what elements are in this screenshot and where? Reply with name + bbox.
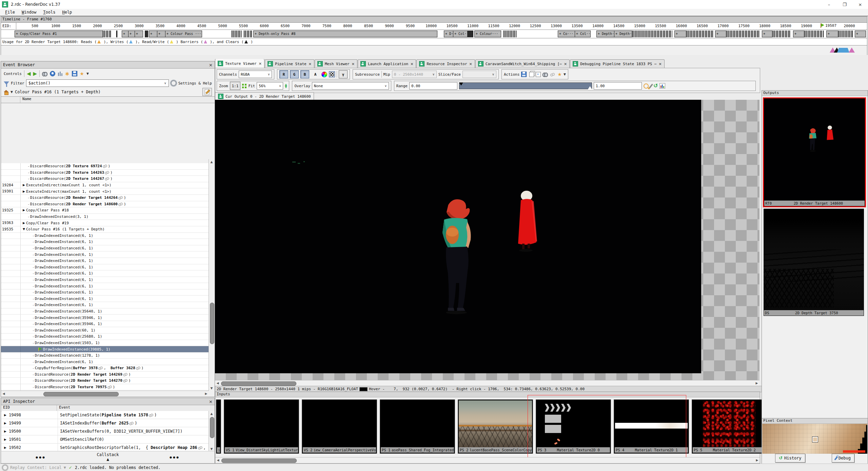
debug-button[interactable]: Debug bbox=[832, 454, 854, 463]
goto-icon[interactable] bbox=[542, 73, 548, 76]
tab-caravansandwitch-win64-shipping[interactable]: CaravanSandWitch_Win64_Shipping [⋯× bbox=[475, 59, 570, 68]
resource-link[interactable]: 2D Texture 144267 bbox=[66, 176, 104, 182]
chevron-down-icon[interactable]: ▼ bbox=[564, 73, 566, 76]
event-tree-row[interactable]: -DrawIndexedInstanced(35640, 1) bbox=[1, 308, 209, 315]
api-event-row[interactable]: ▶19500IASetVertexBuffers(0, D3D12_VERTEX… bbox=[1, 427, 209, 435]
timeline-pass-segment[interactable] bbox=[232, 31, 242, 37]
timeline-pass-segment[interactable]: + bbox=[135, 31, 143, 37]
resource-link[interactable]: Buffer 3978 bbox=[73, 365, 98, 371]
event-tree-row[interactable]: -DrawIndexedInstanced(6, 1) bbox=[1, 239, 209, 245]
timeline-pass-segment[interactable] bbox=[504, 31, 516, 37]
resource-link-icon[interactable] bbox=[98, 366, 103, 370]
red-channel-button[interactable]: R bbox=[279, 70, 288, 78]
timeline-pass-segment[interactable]: + bbox=[826, 31, 838, 37]
event-tree-row[interactable]: -DrawIndexedInstanced(6, 1) bbox=[1, 264, 209, 271]
timeline-pass-segment[interactable] bbox=[145, 31, 148, 37]
scroll-down-icon[interactable]: ▼ bbox=[209, 385, 214, 391]
scroll-right-icon[interactable]: ▶ bbox=[203, 391, 209, 396]
event-tree-row[interactable]: -DiscardResource(2D Texture 69724) bbox=[1, 163, 209, 170]
tab-pipeline-state[interactable]: Pipeline State× bbox=[265, 59, 314, 68]
timeline-pass-segment[interactable] bbox=[727, 31, 760, 37]
resource-link-icon[interactable] bbox=[105, 177, 109, 180]
chevron-down-icon[interactable]: ▼ bbox=[86, 72, 89, 75]
expand-callstack-icon[interactable]: ▲ bbox=[106, 457, 109, 461]
channels-select[interactable]: RGBA ∨ bbox=[239, 71, 272, 78]
timeline-pass-segment[interactable]: + bbox=[674, 31, 686, 37]
event-tree-row[interactable]: -DrawIndexedInstanced(6, 1) bbox=[1, 233, 209, 239]
next-draw-icon[interactable]: ▶ bbox=[33, 71, 37, 77]
api-inspector-titlebar[interactable]: API Inspector × bbox=[1, 398, 215, 405]
resource-link-icon[interactable] bbox=[118, 203, 123, 206]
timeline-pass-segment[interactable] bbox=[839, 31, 853, 37]
render-target-image[interactable] bbox=[215, 100, 701, 373]
resource-link-icon[interactable] bbox=[118, 196, 123, 199]
duration-graph-icon[interactable] bbox=[58, 71, 62, 76]
event-tree-row[interactable]: -DrawIndexedInstanced(6, 1) bbox=[1, 270, 209, 277]
resource-link[interactable]: 2D Texture 69724 bbox=[66, 163, 102, 169]
event-tree-row[interactable]: -DrawIndexedInstanced(3, 1) bbox=[1, 214, 209, 220]
inputs-hscrollbar[interactable]: ◀ ▶ bbox=[215, 457, 760, 463]
resource-link[interactable]: 2D Texture 70975 bbox=[71, 384, 107, 390]
scroll-left-icon[interactable]: ◀ bbox=[1, 391, 6, 396]
timeline-pass-segment[interactable] bbox=[805, 31, 824, 37]
overlay-select[interactable]: None ∨ bbox=[312, 82, 389, 90]
timeline-pass-segment[interactable]: + Col··· bbox=[453, 31, 468, 37]
expand-collapsed-icon[interactable]: ▶ bbox=[4, 421, 6, 425]
input-thumbnail-ps-1[interactable]: PS 1asePass_Shared_Fog_IntegratedLig bbox=[380, 399, 455, 454]
input-thumbnail-ps-3[interactable]: PS 3Material_Texture2D_0 bbox=[536, 399, 611, 454]
event-tree-row[interactable]: -DiscardResource(2D Render Target 148600… bbox=[1, 201, 209, 208]
timeline-pass-segment[interactable] bbox=[103, 31, 112, 37]
event-tree-row[interactable]: -DiscardResource(2D Render Target 144270… bbox=[1, 378, 209, 384]
tab-close-icon[interactable]: × bbox=[259, 61, 262, 66]
timeline-pass-segment[interactable]: + Col··· bbox=[575, 31, 591, 37]
menu-item-file[interactable]: File bbox=[2, 10, 18, 15]
scroll-up-icon[interactable]: ▲ bbox=[209, 411, 214, 416]
texture-hscrollbar[interactable]: ◀ ▶ bbox=[215, 380, 760, 386]
event-tree-hscrollbar[interactable]: ◀ ▶ bbox=[1, 391, 209, 397]
breadcrumb[interactable]: Colour Pass #16 (1 Targets + Depth) bbox=[15, 90, 101, 94]
usage-marker-barrier2-icon[interactable] bbox=[849, 48, 855, 53]
event-tree-row[interactable]: -DrawIndexedInstanced(35946, 1) bbox=[1, 321, 209, 327]
input-thumbnail-ps-4[interactable]: PS 4Material_Texture2D_1 bbox=[614, 399, 689, 454]
resource-link-icon[interactable] bbox=[129, 422, 134, 425]
gamma-button[interactable]: γ bbox=[339, 70, 348, 78]
reset-range-icon[interactable]: ↺ bbox=[653, 83, 658, 88]
expand-collapsed-icon[interactable]: ▶ bbox=[23, 207, 25, 213]
flip-y-icon[interactable]: ▲▼ bbox=[285, 83, 287, 88]
event-tree-row[interactable]: -DrawIndexedInstanced(6, 1) bbox=[1, 289, 209, 296]
scrollbar-thumb[interactable] bbox=[221, 458, 297, 463]
callstack-section[interactable]: ●●● Callstack ▲ ●●● bbox=[1, 451, 214, 463]
timeline-pass-segment[interactable]: + bbox=[157, 31, 166, 37]
alpha-channel-button[interactable]: A bbox=[311, 70, 320, 78]
home-icon[interactable] bbox=[4, 90, 8, 94]
event-tree-vscrollbar[interactable]: ▲ ▼ bbox=[209, 159, 215, 391]
time-events-icon[interactable] bbox=[50, 71, 55, 76]
scrollbar-thumb[interactable] bbox=[43, 392, 119, 396]
tab-close-icon[interactable]: × bbox=[564, 62, 567, 66]
resource-link[interactable]: Pipeline State 1578 bbox=[102, 413, 148, 417]
favorites-icon[interactable]: ★ bbox=[80, 71, 84, 76]
gear-icon[interactable] bbox=[171, 80, 177, 86]
close-button[interactable]: × bbox=[852, 0, 868, 9]
follow-link-icon[interactable] bbox=[550, 73, 555, 76]
tab-debugging-pipeline-state-1833-ps[interactable]: Debugging Pipeline State 1833 PS ⋯× bbox=[570, 59, 664, 68]
usage-marker-readwrite-icon[interactable] bbox=[837, 48, 849, 53]
event-tree-row[interactable]: -DrawIndexedInstanced(6, 1) bbox=[1, 277, 209, 283]
timeline-pass-segment[interactable] bbox=[687, 31, 713, 37]
resource-link[interactable]: 2D Render Target 148600 bbox=[66, 201, 118, 207]
event-tree-row[interactable]: -DrawIndexedInstanced(6, 1) bbox=[1, 245, 209, 252]
event-tree-row[interactable]: -DrawIndexedInstanced(6, 1) bbox=[1, 258, 209, 264]
event-tree-row[interactable]: 19535▼Colour Pass #16 (1 Targets + Depth… bbox=[1, 226, 209, 233]
minimize-button[interactable]: – bbox=[821, 0, 837, 9]
timeline-pass-segment[interactable] bbox=[116, 31, 117, 37]
tab-close-icon[interactable]: × bbox=[658, 62, 662, 66]
edit-notes-button[interactable] bbox=[202, 88, 212, 96]
scrollbar-thumb[interactable] bbox=[221, 381, 296, 386]
timeline-pass-segment[interactable]: + Co··· bbox=[558, 31, 575, 37]
event-tree-row[interactable]: 19325▶Copy/Clear Pass #18 bbox=[1, 207, 209, 214]
input-thumbnail-ps-2[interactable]: PS 2lucentBasePass_SceneColorCopyTex bbox=[458, 399, 533, 454]
event-tree-row[interactable]: -DrawIndexedInstanced(6, 1) bbox=[1, 283, 209, 289]
timeline-pass-segment[interactable]: + bbox=[149, 31, 158, 37]
timeline-pass-segment[interactable]: + D··· bbox=[444, 31, 454, 37]
expand-collapsed-icon[interactable]: ▶ bbox=[4, 430, 6, 433]
